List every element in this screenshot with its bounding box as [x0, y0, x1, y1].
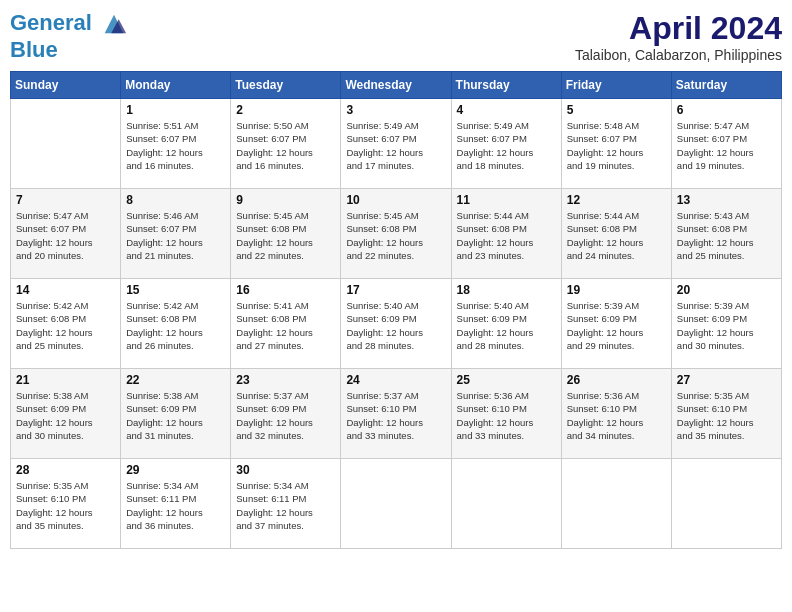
day-info: Sunrise: 5:49 AM Sunset: 6:07 PM Dayligh… [346, 119, 445, 172]
day-info: Sunrise: 5:44 AM Sunset: 6:08 PM Dayligh… [457, 209, 556, 262]
day-number: 14 [16, 283, 115, 297]
calendar-header: SundayMondayTuesdayWednesdayThursdayFrid… [11, 72, 782, 99]
day-number: 10 [346, 193, 445, 207]
day-info: Sunrise: 5:47 AM Sunset: 6:07 PM Dayligh… [16, 209, 115, 262]
day-number: 26 [567, 373, 666, 387]
day-number: 25 [457, 373, 556, 387]
calendar-cell: 3Sunrise: 5:49 AM Sunset: 6:07 PM Daylig… [341, 99, 451, 189]
calendar-cell: 14Sunrise: 5:42 AM Sunset: 6:08 PM Dayli… [11, 279, 121, 369]
calendar-cell: 19Sunrise: 5:39 AM Sunset: 6:09 PM Dayli… [561, 279, 671, 369]
calendar-cell: 15Sunrise: 5:42 AM Sunset: 6:08 PM Dayli… [121, 279, 231, 369]
calendar-body: 1Sunrise: 5:51 AM Sunset: 6:07 PM Daylig… [11, 99, 782, 549]
month-title: April 2024 [575, 10, 782, 47]
day-info: Sunrise: 5:50 AM Sunset: 6:07 PM Dayligh… [236, 119, 335, 172]
day-number: 23 [236, 373, 335, 387]
day-number: 16 [236, 283, 335, 297]
day-number: 6 [677, 103, 776, 117]
day-number: 7 [16, 193, 115, 207]
calendar-cell: 24Sunrise: 5:37 AM Sunset: 6:10 PM Dayli… [341, 369, 451, 459]
day-info: Sunrise: 5:37 AM Sunset: 6:10 PM Dayligh… [346, 389, 445, 442]
calendar-cell: 7Sunrise: 5:47 AM Sunset: 6:07 PM Daylig… [11, 189, 121, 279]
calendar-cell: 23Sunrise: 5:37 AM Sunset: 6:09 PM Dayli… [231, 369, 341, 459]
calendar-cell: 29Sunrise: 5:34 AM Sunset: 6:11 PM Dayli… [121, 459, 231, 549]
page-header: General Blue April 2024 Talaibon, Calaba… [10, 10, 782, 63]
day-number: 2 [236, 103, 335, 117]
day-number: 9 [236, 193, 335, 207]
day-number: 27 [677, 373, 776, 387]
day-info: Sunrise: 5:41 AM Sunset: 6:08 PM Dayligh… [236, 299, 335, 352]
day-info: Sunrise: 5:34 AM Sunset: 6:11 PM Dayligh… [236, 479, 335, 532]
day-number: 28 [16, 463, 115, 477]
calendar-cell [561, 459, 671, 549]
calendar-cell: 28Sunrise: 5:35 AM Sunset: 6:10 PM Dayli… [11, 459, 121, 549]
calendar-cell: 21Sunrise: 5:38 AM Sunset: 6:09 PM Dayli… [11, 369, 121, 459]
calendar-cell: 18Sunrise: 5:40 AM Sunset: 6:09 PM Dayli… [451, 279, 561, 369]
day-info: Sunrise: 5:44 AM Sunset: 6:08 PM Dayligh… [567, 209, 666, 262]
calendar-cell: 22Sunrise: 5:38 AM Sunset: 6:09 PM Dayli… [121, 369, 231, 459]
calendar-week-4: 21Sunrise: 5:38 AM Sunset: 6:09 PM Dayli… [11, 369, 782, 459]
day-number: 20 [677, 283, 776, 297]
calendar-cell: 25Sunrise: 5:36 AM Sunset: 6:10 PM Dayli… [451, 369, 561, 459]
calendar-cell: 5Sunrise: 5:48 AM Sunset: 6:07 PM Daylig… [561, 99, 671, 189]
day-number: 18 [457, 283, 556, 297]
day-info: Sunrise: 5:49 AM Sunset: 6:07 PM Dayligh… [457, 119, 556, 172]
day-number: 24 [346, 373, 445, 387]
calendar-cell: 2Sunrise: 5:50 AM Sunset: 6:07 PM Daylig… [231, 99, 341, 189]
day-number: 11 [457, 193, 556, 207]
calendar-cell: 27Sunrise: 5:35 AM Sunset: 6:10 PM Dayli… [671, 369, 781, 459]
day-number: 8 [126, 193, 225, 207]
calendar-week-3: 14Sunrise: 5:42 AM Sunset: 6:08 PM Dayli… [11, 279, 782, 369]
calendar-cell: 16Sunrise: 5:41 AM Sunset: 6:08 PM Dayli… [231, 279, 341, 369]
weekday-row: SundayMondayTuesdayWednesdayThursdayFrid… [11, 72, 782, 99]
day-info: Sunrise: 5:48 AM Sunset: 6:07 PM Dayligh… [567, 119, 666, 172]
day-info: Sunrise: 5:38 AM Sunset: 6:09 PM Dayligh… [16, 389, 115, 442]
title-area: April 2024 Talaibon, Calabarzon, Philipp… [575, 10, 782, 63]
calendar-cell: 12Sunrise: 5:44 AM Sunset: 6:08 PM Dayli… [561, 189, 671, 279]
day-info: Sunrise: 5:36 AM Sunset: 6:10 PM Dayligh… [457, 389, 556, 442]
day-number: 21 [16, 373, 115, 387]
calendar-cell: 4Sunrise: 5:49 AM Sunset: 6:07 PM Daylig… [451, 99, 561, 189]
day-info: Sunrise: 5:37 AM Sunset: 6:09 PM Dayligh… [236, 389, 335, 442]
calendar-cell: 1Sunrise: 5:51 AM Sunset: 6:07 PM Daylig… [121, 99, 231, 189]
calendar-cell: 30Sunrise: 5:34 AM Sunset: 6:11 PM Dayli… [231, 459, 341, 549]
weekday-header-monday: Monday [121, 72, 231, 99]
calendar-cell: 8Sunrise: 5:46 AM Sunset: 6:07 PM Daylig… [121, 189, 231, 279]
day-number: 19 [567, 283, 666, 297]
calendar-cell [341, 459, 451, 549]
logo-blue: Blue [10, 38, 128, 62]
calendar-cell [451, 459, 561, 549]
calendar-week-5: 28Sunrise: 5:35 AM Sunset: 6:10 PM Dayli… [11, 459, 782, 549]
calendar-cell: 13Sunrise: 5:43 AM Sunset: 6:08 PM Dayli… [671, 189, 781, 279]
calendar-cell: 20Sunrise: 5:39 AM Sunset: 6:09 PM Dayli… [671, 279, 781, 369]
day-info: Sunrise: 5:35 AM Sunset: 6:10 PM Dayligh… [16, 479, 115, 532]
day-info: Sunrise: 5:39 AM Sunset: 6:09 PM Dayligh… [677, 299, 776, 352]
day-number: 17 [346, 283, 445, 297]
day-number: 4 [457, 103, 556, 117]
calendar-cell [11, 99, 121, 189]
calendar-cell: 17Sunrise: 5:40 AM Sunset: 6:09 PM Dayli… [341, 279, 451, 369]
day-info: Sunrise: 5:46 AM Sunset: 6:07 PM Dayligh… [126, 209, 225, 262]
calendar-cell: 11Sunrise: 5:44 AM Sunset: 6:08 PM Dayli… [451, 189, 561, 279]
day-number: 15 [126, 283, 225, 297]
day-info: Sunrise: 5:39 AM Sunset: 6:09 PM Dayligh… [567, 299, 666, 352]
weekday-header-sunday: Sunday [11, 72, 121, 99]
calendar-cell [671, 459, 781, 549]
day-info: Sunrise: 5:42 AM Sunset: 6:08 PM Dayligh… [16, 299, 115, 352]
day-info: Sunrise: 5:42 AM Sunset: 6:08 PM Dayligh… [126, 299, 225, 352]
day-number: 30 [236, 463, 335, 477]
day-info: Sunrise: 5:38 AM Sunset: 6:09 PM Dayligh… [126, 389, 225, 442]
calendar-cell: 26Sunrise: 5:36 AM Sunset: 6:10 PM Dayli… [561, 369, 671, 459]
weekday-header-wednesday: Wednesday [341, 72, 451, 99]
calendar-week-2: 7Sunrise: 5:47 AM Sunset: 6:07 PM Daylig… [11, 189, 782, 279]
day-number: 12 [567, 193, 666, 207]
day-info: Sunrise: 5:45 AM Sunset: 6:08 PM Dayligh… [236, 209, 335, 262]
calendar-cell: 10Sunrise: 5:45 AM Sunset: 6:08 PM Dayli… [341, 189, 451, 279]
day-number: 1 [126, 103, 225, 117]
calendar-week-1: 1Sunrise: 5:51 AM Sunset: 6:07 PM Daylig… [11, 99, 782, 189]
calendar-cell: 9Sunrise: 5:45 AM Sunset: 6:08 PM Daylig… [231, 189, 341, 279]
calendar-table: SundayMondayTuesdayWednesdayThursdayFrid… [10, 71, 782, 549]
day-info: Sunrise: 5:36 AM Sunset: 6:10 PM Dayligh… [567, 389, 666, 442]
day-info: Sunrise: 5:40 AM Sunset: 6:09 PM Dayligh… [346, 299, 445, 352]
day-info: Sunrise: 5:47 AM Sunset: 6:07 PM Dayligh… [677, 119, 776, 172]
day-number: 22 [126, 373, 225, 387]
